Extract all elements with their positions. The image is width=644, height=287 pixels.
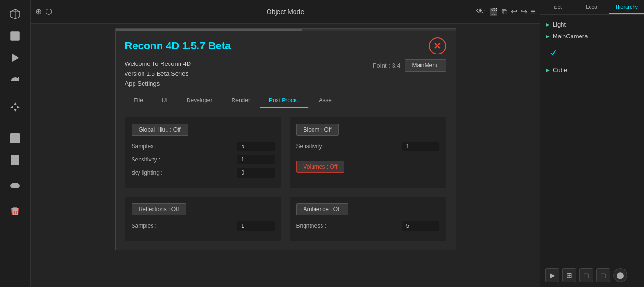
- sensitivity-value[interactable]: 1: [237, 155, 275, 164]
- dialog-overlay: Reconn 4D 1.5.7 Beta ✕ Welcome To Reconn…: [31, 24, 540, 287]
- left-toolbar: [0, 0, 31, 287]
- panel-bloom: Bloom : Off Sensitivity : 1 Volumes : Of…: [290, 117, 446, 188]
- field-row-brightness: Brightness : 5: [296, 221, 439, 231]
- dialog-progress-bar: [116, 29, 456, 31]
- tab-render[interactable]: Render: [223, 93, 259, 108]
- brightness-label: Brightness :: [296, 223, 326, 229]
- close-button[interactable]: ✕: [429, 37, 446, 54]
- field-row-samples: Samples : 5: [132, 142, 275, 151]
- dialog-info-text: Welcome To Reconn 4D version 1.5 Beta Se…: [125, 59, 191, 89]
- bloom-sensitivity-value[interactable]: 1: [402, 142, 439, 151]
- field-row-bloom-sensitivity: Sensitivity : 1: [296, 142, 439, 151]
- redo-icon[interactable]: ↪: [521, 7, 527, 16]
- page-icon[interactable]: [6, 151, 25, 170]
- dialog-info-line3: App Settings: [125, 79, 191, 89]
- dialog-tabs: File UI Developer Render Post Proce.. As…: [116, 93, 456, 108]
- play-bottom-icon[interactable]: ▶: [545, 268, 559, 282]
- refresh-icon[interactable]: [6, 72, 25, 91]
- volumes-toggle[interactable]: Volumes : Off: [296, 161, 345, 173]
- undo-icon[interactable]: ↩: [511, 7, 517, 16]
- menu-icon[interactable]: ≡: [531, 8, 535, 16]
- top-bar-icons: 👁 🎬 ⧉ ↩ ↪ ≡: [476, 7, 535, 17]
- global-illum-toggle[interactable]: Global_Illu.. : Off: [132, 124, 188, 136]
- circle-bottom-icon[interactable]: ⬤: [613, 268, 627, 282]
- tab-postprocess[interactable]: Post Proce..: [260, 93, 309, 108]
- object-mode-label: Object Mode: [267, 8, 304, 16]
- panel-global-illum: Global_Illu.. : Off Samples : 5 Sensitiv…: [125, 117, 281, 188]
- right-panel-bottom: ▶ ⊞ ◻ ◻ ⬤: [540, 263, 644, 287]
- dialog-info: Welcome To Reconn 4D version 1.5 Beta Se…: [116, 59, 456, 93]
- field-row-reflections-samples: Samples : 1: [132, 221, 275, 231]
- dialog-progress-fill: [116, 29, 303, 31]
- sensitivity-label: Sensitivity :: [132, 156, 161, 163]
- square2-bottom-icon[interactable]: ◻: [596, 268, 610, 282]
- dialog-info-right: Point : 3.4 MainMenu: [373, 59, 446, 72]
- sky-lighting-value[interactable]: 0: [237, 168, 275, 178]
- panel-ambience: Ambience : Off Brightness : 5: [290, 197, 446, 241]
- tab-file[interactable]: File: [125, 93, 152, 108]
- svg-marker-5: [12, 54, 19, 62]
- top-bar: ⊕ ⬡ Object Mode 👁 🎬 ⧉ ↩ ↪ ≡: [31, 0, 540, 24]
- axis-icon: ⊕: [36, 7, 42, 16]
- svg-marker-8: [10, 106, 13, 108]
- light-item-label: Light: [553, 21, 566, 28]
- hierarchy-item-cube[interactable]: ▶ Cube: [540, 64, 644, 76]
- dialog-info-line2: version 1.5 Beta Series: [125, 69, 191, 79]
- brightness-value[interactable]: 5: [402, 221, 439, 231]
- camera-icon[interactable]: 🎬: [489, 7, 498, 16]
- arrow-icon-camera: ▶: [546, 34, 550, 39]
- hierarchy-list: ▶ Light ▶ MainCamera ✓ ▶ Cube: [540, 15, 644, 80]
- bloom-sensitivity-label: Sensitivity :: [296, 143, 325, 150]
- check-mark-icon: ✓: [544, 43, 564, 62]
- bloom-toggle[interactable]: Bloom : Off: [296, 124, 339, 136]
- reflections-samples-value[interactable]: 1: [237, 221, 275, 231]
- move-icon[interactable]: [6, 98, 25, 117]
- svg-rect-4: [13, 34, 18, 38]
- trash-icon[interactable]: [6, 202, 25, 221]
- main-area: ⊕ ⬡ Object Mode 👁 🎬 ⧉ ↩ ↪ ≡ Reconn 4D 1.…: [31, 0, 540, 287]
- eye-view-icon[interactable]: 👁: [476, 7, 485, 17]
- dialog-header: Reconn 4D 1.5.7 Beta ✕: [116, 31, 456, 59]
- main-menu-button[interactable]: MainMenu: [405, 59, 446, 72]
- right-panel: ject Local Hierarchy ▶ Light ▶ MainCamer…: [540, 0, 644, 287]
- layers-icon[interactable]: ⧉: [502, 8, 507, 16]
- field-row-sensitivity: Sensitivity : 1: [132, 155, 275, 164]
- point-label: Point : 3.4: [373, 62, 401, 69]
- tab-object[interactable]: ject: [540, 0, 575, 14]
- ambience-toggle[interactable]: Ambience : Off: [296, 203, 348, 215]
- reflections-toggle[interactable]: Reflections : Off: [132, 203, 186, 215]
- square-bottom-icon[interactable]: ◻: [579, 268, 593, 282]
- play-icon[interactable]: [6, 48, 25, 67]
- cube-icon[interactable]: [6, 5, 25, 24]
- tab-local[interactable]: Local: [575, 0, 609, 14]
- hierarchy-item-maincamera[interactable]: ▶ MainCamera: [540, 30, 644, 42]
- tab-asset[interactable]: Asset: [310, 93, 342, 108]
- samples-value[interactable]: 5: [237, 142, 275, 151]
- grid-bottom-icon[interactable]: ⊞: [562, 268, 576, 282]
- frame-icon[interactable]: [6, 27, 25, 45]
- svg-point-16: [14, 184, 17, 187]
- tab-ui[interactable]: UI: [153, 93, 177, 108]
- cube-item-label: Cube: [553, 66, 567, 73]
- dialog-title: Reconn 4D 1.5.7 Beta: [125, 40, 231, 52]
- dialog: Reconn 4D 1.5.7 Beta ✕ Welcome To Reconn…: [115, 28, 456, 250]
- maincamera-item-label: MainCamera: [553, 33, 588, 40]
- dialog-info-line1: Welcome To Reconn 4D: [125, 59, 191, 69]
- eye-icon[interactable]: [6, 176, 25, 195]
- field-row-sky-lighting: sky lighting : 0: [132, 168, 275, 178]
- svg-marker-7: [14, 109, 17, 112]
- samples-label: Samples :: [132, 143, 157, 150]
- svg-marker-6: [14, 102, 17, 105]
- dialog-content: Global_Illu.. : Off Samples : 5 Sensitiv…: [116, 108, 456, 250]
- top-bar-left: ⊕ ⬡: [36, 7, 52, 16]
- reflections-samples-label: Samples :: [132, 223, 157, 229]
- right-panel-tabs: ject Local Hierarchy: [540, 0, 644, 15]
- view-cube-icon[interactable]: ⬡: [45, 7, 52, 16]
- hierarchy-item-light[interactable]: ▶ Light: [540, 18, 644, 30]
- panel-reflections: Reflections : Off Samples : 1: [125, 197, 281, 241]
- tab-hierarchy[interactable]: Hierarchy: [609, 0, 644, 14]
- arrow-icon-light: ▶: [546, 22, 550, 27]
- arrow-icon-cube: ▶: [546, 67, 550, 72]
- tab-developer[interactable]: Developer: [178, 93, 222, 108]
- square-icon[interactable]: [6, 129, 25, 148]
